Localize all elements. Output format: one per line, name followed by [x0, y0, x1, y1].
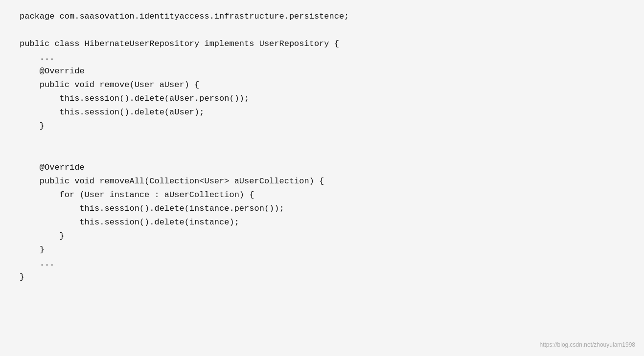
code-content: package com.saasovation.identityaccess.i… — [20, 10, 624, 284]
code-viewer: package com.saasovation.identityaccess.i… — [0, 0, 644, 356]
watermark: https://blog.csdn.net/zhouyulam1998 — [540, 340, 635, 350]
